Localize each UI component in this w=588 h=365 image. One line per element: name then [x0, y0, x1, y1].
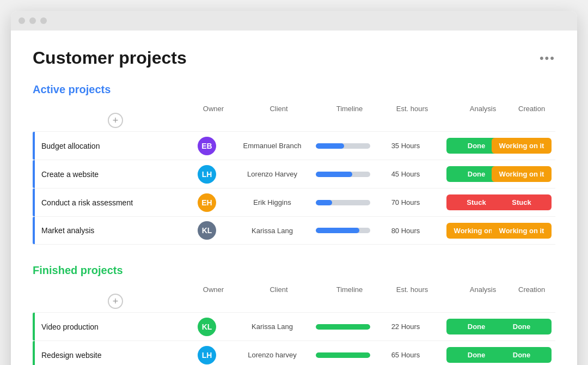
timeline-cell	[316, 324, 370, 330]
status-badge: Stuck	[492, 194, 552, 210]
client-cell: Karissa Lang	[229, 227, 316, 235]
finished-section-header: Finished projects	[33, 264, 555, 277]
est-hours: 70 Hours	[391, 198, 420, 206]
client-cell: Lorenzo harvey	[229, 351, 316, 359]
table-row: Market analysis KL Karissa Lang 80 Hours	[33, 216, 555, 245]
more-options-button[interactable]: •••	[540, 51, 555, 65]
titlebar-dot-red	[19, 17, 25, 24]
creation-cell: Done	[512, 347, 531, 363]
owner-avatar-cell: KL	[185, 318, 229, 336]
project-name: Redesign website	[33, 351, 185, 360]
creation-cell: Done	[512, 319, 531, 334]
col-creation-header: Creation	[518, 285, 538, 294]
active-projects-section: Active projects Owner Client Timeline Es…	[33, 83, 555, 245]
page-title: Customer projects	[33, 48, 187, 68]
project-name: Budget allocation	[33, 142, 185, 150]
col-timeline-header: Timeline	[322, 105, 377, 113]
titlebar-dot-yellow	[29, 17, 36, 24]
client-name: Erik Higgins	[253, 198, 291, 206]
timeline-bar	[316, 172, 370, 177]
est-hours: 35 Hours	[391, 142, 420, 150]
timeline-fill	[316, 352, 370, 358]
active-section-header: Active projects	[33, 83, 555, 96]
active-projects-table: Owner Client Timeline Est. hours Analysi…	[33, 101, 555, 245]
row-accent	[33, 217, 35, 244]
hours-cell: 35 Hours	[370, 142, 441, 150]
creation-cell: Stuck	[512, 194, 531, 210]
main-content: Customer projects ••• Active projects Ow…	[11, 31, 577, 365]
est-hours: 22 Hours	[391, 323, 420, 331]
hours-cell: 65 Hours	[370, 351, 441, 359]
table-row: Conduct a risk assessment EH Erik Higgin…	[33, 188, 555, 216]
client-cell: Lorenzo Harvey	[229, 170, 316, 178]
owner-avatar-cell: KL	[185, 221, 229, 240]
client-name: Lorenzo harvey	[248, 351, 297, 359]
client-cell: Emmanuel Branch	[229, 142, 316, 150]
client-name: Karissa Lang	[252, 227, 293, 235]
creation-cell: Working on it	[512, 223, 531, 239]
creation-cell: Working on it	[512, 166, 531, 182]
col-timeline-header: Timeline	[322, 285, 377, 294]
owner-avatar-cell: EH	[185, 193, 229, 212]
col-hours-header: Est. hours	[377, 285, 448, 294]
timeline-bar	[316, 228, 370, 233]
row-accent	[33, 341, 35, 365]
titlebar-dot-green	[40, 17, 47, 24]
timeline-fill	[316, 324, 370, 330]
timeline-cell	[316, 200, 370, 205]
col-analysis-header: Analysis	[448, 105, 518, 113]
client-name: Lorenzo Harvey	[247, 170, 297, 178]
hours-cell: 22 Hours	[370, 323, 441, 331]
client-name: Emmanuel Branch	[243, 142, 302, 150]
col-client-header: Client	[235, 105, 322, 113]
table-row: Redesign website LH Lorenzo harvey 65 Ho…	[33, 340, 555, 365]
owner-avatar-cell: EB	[185, 137, 229, 155]
app-window: Customer projects ••• Active projects Ow…	[11, 11, 577, 365]
active-section-title: Active projects	[33, 83, 111, 96]
avatar: KL	[198, 318, 216, 336]
timeline-bar	[316, 324, 370, 330]
finished-projects-table: Owner Client Timeline Est. hours Analysi…	[33, 282, 555, 365]
creation-cell: Working on it	[512, 138, 531, 154]
col-creation-header: Creation	[518, 105, 538, 113]
status-badge: Working on it	[492, 223, 552, 239]
timeline-fill	[316, 200, 332, 205]
hours-cell: 80 Hours	[370, 227, 441, 235]
finished-table-header: Owner Client Timeline Est. hours Analysi…	[33, 282, 555, 312]
timeline-cell	[316, 352, 370, 358]
client-cell: Karissa Lang	[229, 323, 316, 331]
owner-avatar-cell: LH	[185, 346, 229, 364]
est-hours: 65 Hours	[391, 351, 420, 359]
est-hours: 80 Hours	[391, 227, 420, 235]
active-add-button[interactable]: +	[39, 113, 192, 128]
col-owner-header: Owner	[192, 285, 235, 294]
project-name: Create a website	[33, 170, 185, 179]
col-name-header	[39, 285, 192, 294]
avatar: EH	[198, 193, 216, 212]
timeline-bar	[316, 352, 370, 358]
project-name: Conduct a risk assessment	[33, 198, 185, 207]
row-accent	[33, 132, 35, 160]
est-hours: 45 Hours	[391, 170, 420, 178]
status-badge: Done	[492, 347, 552, 363]
hours-cell: 70 Hours	[370, 198, 441, 206]
timeline-cell	[316, 228, 370, 233]
timeline-bar	[316, 143, 370, 149]
timeline-fill	[316, 143, 344, 149]
status-badge: Working on it	[492, 166, 552, 182]
timeline-fill	[316, 228, 359, 233]
timeline-bar	[316, 200, 370, 205]
table-row: Budget allocation EB Emmanuel Branch 35 …	[33, 131, 555, 160]
project-name: Video production	[33, 323, 185, 331]
finished-projects-section: Finished projects Owner Client Timeline …	[33, 264, 555, 365]
timeline-cell	[316, 143, 370, 149]
timeline-cell	[316, 172, 370, 177]
table-row: Create a website LH Lorenzo Harvey 45 Ho…	[33, 160, 555, 188]
avatar: LH	[198, 165, 216, 184]
row-accent	[33, 188, 35, 216]
owner-avatar-cell: LH	[185, 165, 229, 184]
page-header: Customer projects •••	[33, 48, 555, 68]
finished-add-button[interactable]: +	[39, 294, 192, 309]
status-badge: Working on it	[492, 138, 552, 154]
client-cell: Erik Higgins	[229, 198, 316, 206]
